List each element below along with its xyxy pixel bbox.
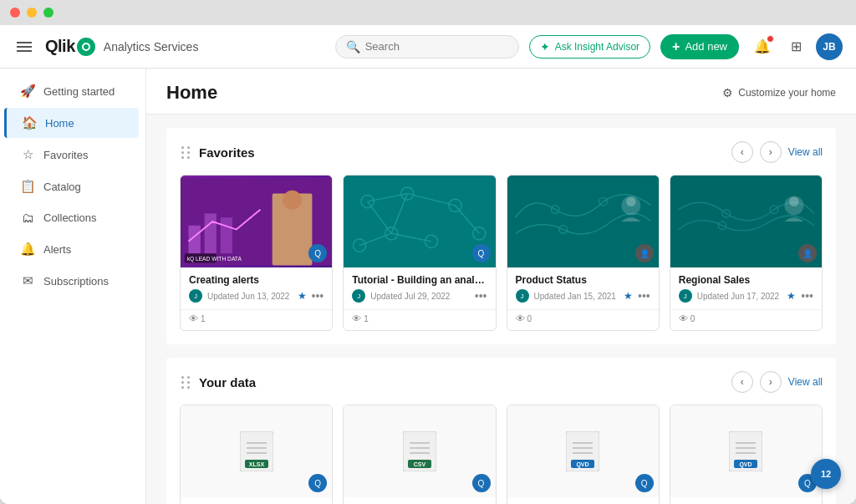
sidebar-item-collections[interactable]: 🗂 Collections [7, 203, 139, 232]
sidebar-item-alerts[interactable]: 🔔 Alerts [7, 234, 139, 264]
sidebar-item-catalog[interactable]: 📋 Catalog [7, 171, 139, 201]
card-star-icon-4[interactable]: ★ [787, 290, 796, 302]
card-owner-avatar-1: J [189, 289, 202, 303]
data-card-info-aliases: countryAliases.qvd J Updated Jul 29, 202… [507, 497, 659, 504]
alerts-icon: 🔔 [20, 242, 35, 257]
favorites-drag-handle[interactable] [180, 145, 192, 160]
eye-icon-3: 👁 [516, 313, 525, 323]
card-more-icon-1[interactable]: ••• [312, 289, 324, 303]
card-actions-4: ★ ••• [787, 289, 813, 303]
add-new-label: Add new [685, 40, 727, 53]
data-card-cities[interactable]: XLSX Q Cities.xlsx J Updated Aug 3, 2022 [180, 405, 333, 504]
svg-text:kQ LEAD WITH DATA: kQ LEAD WITH DATA [187, 256, 242, 262]
card-thumb-product: 👤 [507, 176, 659, 267]
search-icon: 🔍 [346, 40, 360, 53]
card-info-product: Product Status J Updated Jan 15, 2021 ★ … [507, 267, 659, 309]
your-data-section: Your data ‹ › View all [166, 358, 836, 504]
data-card-country-aliases[interactable]: QVD Q countryAliases.qvd J Updated Jul 2… [507, 405, 660, 504]
svg-point-34 [789, 196, 798, 206]
card-more-icon-2[interactable]: ••• [475, 289, 487, 303]
card-more-icon-3[interactable]: ••• [638, 289, 650, 303]
card-footer-4: 👁 0 [670, 309, 822, 330]
user-avatar[interactable]: JB [816, 33, 843, 60]
data-card-thumb-aliases: QVD Q [507, 405, 659, 497]
eye-icon-2: 👁 [352, 313, 361, 323]
your-data-prev-button[interactable]: ‹ [731, 371, 753, 393]
notification-badge[interactable]: 12 [811, 459, 841, 489]
card-more-icon-4[interactable]: ••• [801, 289, 813, 303]
sidebar-item-home[interactable]: 🏠 Home [4, 108, 139, 138]
card-info-regional: Regional Sales J Updated Jun 17, 2022 ★ … [670, 267, 822, 309]
data-card-icon-1: Q [308, 474, 327, 492]
card-info-tutorial: Tutorial - Building an analytics ... J U… [344, 267, 495, 309]
svg-rect-3 [221, 217, 232, 253]
favorites-view-all[interactable]: View all [788, 146, 823, 158]
card-title-creating-alerts: Creating alerts [189, 274, 324, 286]
menu-toggle[interactable] [13, 38, 35, 55]
maximize-button[interactable] [43, 8, 54, 18]
card-title-product: Product Status [516, 274, 650, 286]
minimize-button[interactable] [27, 8, 37, 18]
card-product-status[interactable]: 👤 Product Status J Updated Jan 15, 2021 … [507, 175, 660, 331]
customize-home-button[interactable]: ⚙ Customize your home [722, 86, 836, 99]
favorites-nav: ‹ › View all [731, 141, 823, 163]
card-tutorial[interactable]: Q Tutorial - Building an analytics ... J… [343, 175, 496, 331]
sidebar-label-getting-started: Getting started [43, 85, 115, 98]
sidebar-item-getting-started[interactable]: 🚀 Getting started [7, 76, 139, 106]
card-actions-1: ★ ••• [298, 289, 324, 303]
data-card-sales[interactable]: CSV Q Sales rep_asdjsdf.csv J Updated Au… [343, 405, 496, 504]
sidebar-item-subscriptions[interactable]: ✉ Subscriptions [7, 266, 139, 296]
card-views-3: 👁 0 [516, 313, 532, 323]
apps-grid-button[interactable]: ⊞ [782, 33, 809, 60]
card-owner-avatar-4: J [679, 289, 692, 303]
svg-text:XLSX: XLSX [248, 461, 264, 467]
content-header: Home ⚙ Customize your home [146, 69, 856, 115]
card-meta-tutorial: J Updated Jul 29, 2022 ••• [352, 289, 487, 303]
favorites-title: Favorites [199, 145, 255, 160]
page-title: Home [166, 82, 217, 104]
qlik-text: Qlik [45, 37, 75, 56]
favorites-prev-button[interactable]: ‹ [731, 141, 753, 163]
file-icon-qvd2: QVD [729, 431, 762, 471]
app-name: Analytics Services [104, 40, 199, 53]
card-view-count-2: 1 [364, 314, 369, 323]
card-thumb-regional: 👤 [670, 176, 822, 267]
eye-icon-1: 👁 [189, 313, 198, 323]
title-bar [0, 0, 856, 25]
data-card-icon-3: Q [635, 474, 654, 492]
svg-text:QVD: QVD [740, 461, 752, 468]
card-actions-2: ••• [475, 289, 487, 303]
your-data-view-all[interactable]: View all [788, 376, 823, 388]
search-bar[interactable]: 🔍 [335, 35, 519, 59]
add-new-button[interactable]: + Add new [660, 34, 739, 59]
data-card-country-geo[interactable]: QVD Q countryGeo.qvd J Updated Jul 29, 2… [670, 405, 823, 504]
sidebar-item-favorites[interactable]: ☆ Favorites [7, 140, 139, 170]
your-data-drag-handle[interactable] [180, 374, 192, 390]
search-input[interactable] [365, 40, 508, 53]
settings-icon: ⚙ [722, 86, 733, 99]
card-title-regional: Regional Sales [679, 274, 813, 286]
card-regional-sales[interactable]: 👤 Regional Sales J Updated Jun 17, 2022 … [670, 175, 823, 331]
sidebar-label-catalog: Catalog [43, 181, 81, 193]
qlik-circle-icon [77, 38, 95, 56]
ask-insight-button[interactable]: ✦ Ask Insight Advisor [529, 35, 650, 59]
card-view-count-1: 1 [201, 314, 206, 323]
card-owner-avatar-2: J [352, 289, 365, 303]
favorites-section: Favorites ‹ › View all [166, 128, 836, 344]
favorites-next-button[interactable]: › [760, 141, 782, 163]
card-star-icon-1[interactable]: ★ [298, 290, 307, 302]
card-app-icon-3: 👤 [635, 244, 654, 262]
card-thumb-creating-alerts: kQ LEAD WITH DATA Q [181, 176, 332, 267]
notifications-button[interactable]: 🔔 [749, 33, 776, 60]
your-data-next-button[interactable]: › [760, 371, 782, 393]
data-card-info-sales: Sales rep_asdjsdf.csv J Updated Aug 3, 2… [344, 497, 495, 504]
qlik-logo: Qlik [45, 37, 95, 56]
header-icons: 🔔 ⊞ JB [749, 33, 843, 60]
card-star-icon-3[interactable]: ★ [624, 290, 633, 302]
svg-point-28 [626, 196, 635, 206]
close-button[interactable] [10, 8, 20, 18]
file-icon-xlsx: XLSX [240, 431, 273, 471]
card-info-creating-alerts: Creating alerts J Updated Jun 13, 2022 ★… [181, 267, 332, 309]
card-app-icon-2: Q [472, 244, 491, 262]
card-creating-alerts[interactable]: kQ LEAD WITH DATA Q Creating alerts J Up… [180, 175, 333, 331]
